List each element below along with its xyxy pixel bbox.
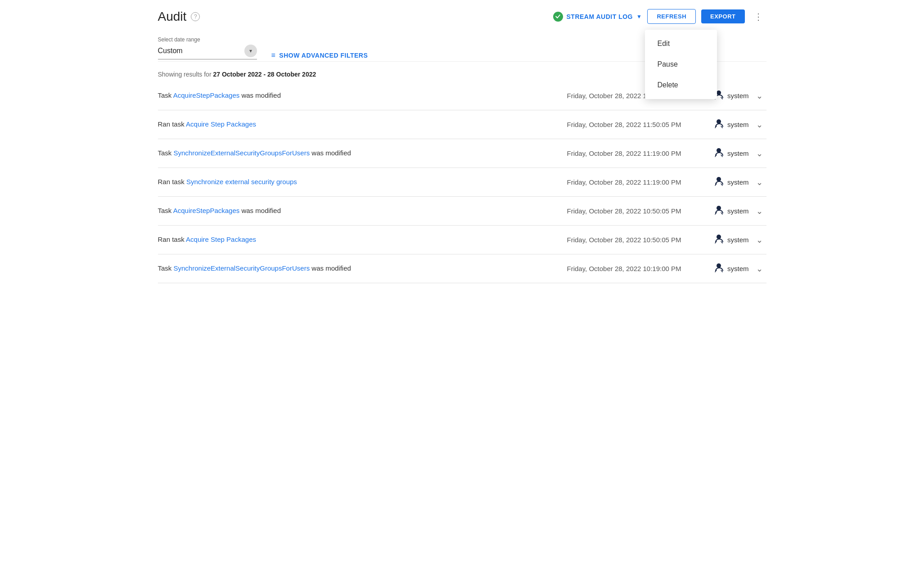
- audit-link[interactable]: Acquire Step Packages: [186, 120, 256, 128]
- date-range-label: Select date range: [158, 36, 257, 43]
- audit-row-user: system: [695, 205, 749, 217]
- audit-row: Task SynchronizeExternalSecurityGroupsFo…: [158, 139, 766, 168]
- help-icon[interactable]: ?: [191, 12, 200, 21]
- audit-link[interactable]: AcquireStepPackages: [173, 91, 240, 99]
- svg-point-1: [717, 119, 721, 124]
- svg-point-4: [717, 206, 721, 210]
- audit-row-user: system: [695, 234, 749, 246]
- chevron-down-icon: ▼: [636, 14, 642, 20]
- audit-log-table: Task AcquireStepPackages was modifiedFri…: [158, 82, 766, 283]
- dropdown-item-delete[interactable]: Delete: [645, 75, 717, 95]
- expand-row-button[interactable]: ⌄: [749, 149, 766, 158]
- audit-row-message: Task AcquireStepPackages was modified: [158, 206, 560, 216]
- audit-row-user-label: system: [727, 149, 749, 157]
- expand-row-button[interactable]: ⌄: [749, 120, 766, 130]
- advanced-filters-label: SHOW ADVANCED FILTERS: [279, 52, 368, 59]
- expand-row-button[interactable]: ⌄: [749, 177, 766, 187]
- export-button[interactable]: EXPORT: [701, 9, 744, 23]
- date-range-value: Custom: [158, 47, 183, 55]
- header: Audit ? STREAM AUDIT LOG ▼ Edit Pause De…: [158, 9, 766, 31]
- audit-row: Task AcquireStepPackages was modifiedFri…: [158, 197, 766, 226]
- audit-row-timestamp: Friday, October 28, 2022 11:50:05 PM: [560, 121, 695, 128]
- audit-row-user: system: [695, 147, 749, 159]
- stream-audit-button[interactable]: STREAM AUDIT LOG ▼: [553, 12, 642, 22]
- audit-row-timestamp: Friday, October 28, 2022 11:19:00 PM: [560, 178, 695, 186]
- audit-row-message: Ran task Synchronize external security g…: [158, 177, 560, 187]
- dropdown-item-edit[interactable]: Edit: [645, 33, 717, 54]
- date-range-control[interactable]: Custom ▾: [158, 45, 257, 59]
- audit-row-message: Task AcquireStepPackages was modified: [158, 91, 560, 101]
- audit-row-timestamp: Friday, October 28, 2022 10:50:05 PM: [560, 207, 695, 215]
- user-avatar-icon: [714, 263, 724, 275]
- svg-point-3: [717, 177, 721, 181]
- filter-icon: ≡: [271, 51, 276, 59]
- audit-link[interactable]: Synchronize external security groups: [186, 178, 297, 186]
- user-avatar-icon: [714, 234, 724, 246]
- svg-point-6: [717, 263, 721, 268]
- expand-row-button[interactable]: ⌄: [749, 206, 766, 216]
- audit-row: Ran task Synchronize external security g…: [158, 168, 766, 197]
- audit-row-user-label: system: [727, 92, 749, 100]
- audit-row-timestamp: Friday, October 28, 2022 10:50:05 PM: [560, 236, 695, 244]
- audit-row-message: Ran task Acquire Step Packages: [158, 119, 560, 130]
- advanced-filters-button[interactable]: ≡ SHOW ADVANCED FILTERS: [271, 51, 368, 59]
- dropdown-item-pause[interactable]: Pause: [645, 54, 717, 75]
- audit-link[interactable]: AcquireStepPackages: [173, 207, 240, 214]
- audit-row-user-label: system: [727, 121, 749, 128]
- audit-row-message: Task SynchronizeExternalSecurityGroupsFo…: [158, 148, 560, 158]
- page-title: Audit: [158, 9, 187, 24]
- audit-row-user-label: system: [727, 236, 749, 244]
- page-wrapper: Audit ? STREAM AUDIT LOG ▼ Edit Pause De…: [147, 0, 777, 292]
- audit-row-user: system: [695, 263, 749, 275]
- audit-link[interactable]: Acquire Step Packages: [186, 235, 256, 243]
- refresh-button[interactable]: REFRESH: [647, 9, 696, 24]
- audit-row-user: system: [695, 118, 749, 131]
- user-avatar-icon: [714, 176, 724, 188]
- audit-row-user-label: system: [727, 207, 749, 215]
- date-range-select: Select date range Custom ▾: [158, 36, 257, 59]
- svg-point-2: [717, 148, 721, 153]
- audit-row-timestamp: Friday, October 28, 2022 11:19:00 PM: [560, 149, 695, 157]
- audit-row-user-label: system: [727, 178, 749, 186]
- audit-row-message: Task SynchronizeExternalSecurityGroupsFo…: [158, 263, 560, 274]
- results-date-range: 27 October 2022 - 28 October 2022: [213, 71, 316, 78]
- check-svg: [555, 14, 561, 19]
- audit-link[interactable]: SynchronizeExternalSecurityGroupsForUser…: [174, 149, 310, 157]
- expand-row-button[interactable]: ⌄: [749, 264, 766, 274]
- audit-row: Task SynchronizeExternalSecurityGroupsFo…: [158, 254, 766, 283]
- audit-row-timestamp: Friday, October 28, 2022 10:19:00 PM: [560, 265, 695, 272]
- audit-row-message: Ran task Acquire Step Packages: [158, 235, 560, 245]
- audit-row-user-label: system: [727, 265, 749, 272]
- status-check-icon: [553, 12, 563, 22]
- header-left: Audit ?: [158, 9, 200, 24]
- stream-audit-label: STREAM AUDIT LOG: [567, 13, 633, 20]
- stream-audit-dropdown: Edit Pause Delete: [645, 30, 717, 99]
- audit-row-user: system: [695, 176, 749, 188]
- svg-point-0: [717, 91, 721, 95]
- audit-row: Ran task Acquire Step PackagesFriday, Oc…: [158, 110, 766, 139]
- user-avatar-icon: [714, 205, 724, 217]
- expand-row-button[interactable]: ⌄: [749, 235, 766, 245]
- results-prefix: Showing results for: [158, 71, 213, 78]
- expand-row-button[interactable]: ⌄: [749, 91, 766, 101]
- header-right: STREAM AUDIT LOG ▼ Edit Pause Delete REF…: [553, 9, 766, 24]
- svg-point-5: [717, 235, 721, 239]
- date-range-dropdown-arrow[interactable]: ▾: [244, 45, 257, 57]
- more-options-button[interactable]: ⋮: [750, 9, 766, 24]
- user-avatar-icon: [714, 147, 724, 159]
- audit-link[interactable]: SynchronizeExternalSecurityGroupsForUser…: [174, 264, 310, 272]
- user-avatar-icon: [714, 118, 724, 131]
- audit-row: Ran task Acquire Step PackagesFriday, Oc…: [158, 226, 766, 254]
